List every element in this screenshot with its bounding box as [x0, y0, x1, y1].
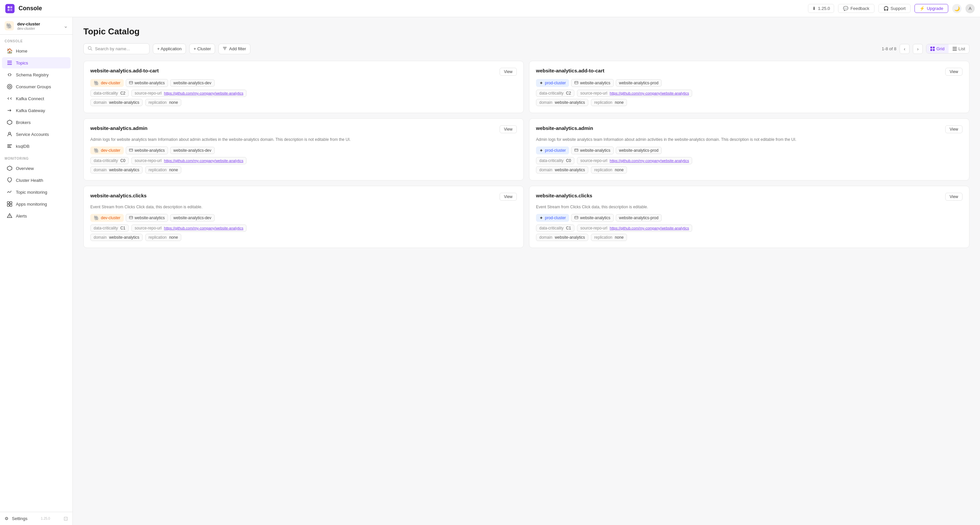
data-criticality-key: data-criticality [94, 226, 118, 230]
sidebar-item-settings[interactable]: ⚙ Settings 1.25.0 ⊡ [0, 512, 72, 525]
sidebar-item-home[interactable]: 🏠 Home [2, 45, 70, 57]
view-topic-button[interactable]: View [945, 68, 963, 76]
domain-tag: domain website-analytics [90, 166, 143, 174]
topic-card: website-analytics.add-to-cart View 🐘 dev… [83, 61, 524, 113]
sidebar-item-topic-monitoring[interactable]: Topic monitoring [2, 186, 70, 198]
replication-value: none [169, 235, 178, 240]
cluster-tag-icon: 🐘 [94, 80, 99, 86]
svg-rect-15 [7, 201, 9, 204]
download-icon: ⬇ [812, 6, 816, 11]
env-tag: website-analytics-prod [616, 214, 662, 222]
application-tag-label: website-analytics [135, 81, 165, 85]
application-tag-label: website-analytics [580, 216, 610, 220]
cluster-filter[interactable]: + Cluster [189, 44, 215, 54]
env-tag: website-analytics-prod [616, 79, 662, 87]
add-filter-button[interactable]: Add filter [218, 44, 250, 54]
svg-rect-26 [931, 47, 932, 49]
sidebar-item-cluster-health[interactable]: Cluster Health [2, 174, 70, 186]
data-criticality-key: data-criticality [539, 159, 563, 163]
data-criticality-key: data-criticality [539, 226, 563, 230]
meta-row-2: domain website-analytics replication non… [536, 234, 963, 241]
view-topic-button[interactable]: View [945, 125, 963, 133]
prev-page-button[interactable]: ‹ [900, 44, 910, 54]
cluster-tag: 🐘 dev-cluster [90, 214, 124, 222]
sidebar-item-ksqldb[interactable]: ksqlDB [2, 141, 70, 152]
env-tag-label: website-analytics-prod [619, 216, 659, 220]
svg-rect-30 [953, 47, 957, 48]
upgrade-button[interactable]: ⚡ Upgrade [915, 4, 948, 13]
view-topic-button[interactable]: View [500, 193, 517, 201]
card-description: Admin logs for website analytics team In… [90, 136, 517, 143]
data-criticality-key: data-criticality [94, 91, 118, 95]
sidebar-item-overview[interactable]: Overview [2, 163, 70, 174]
console-section-label: CONSOLE [0, 35, 72, 45]
view-topic-button[interactable]: View [945, 193, 963, 201]
sidebar-item-kafka-gateway[interactable]: Kafka Gateway [2, 105, 70, 116]
card-title: website-analytics.admin [90, 125, 148, 131]
svg-rect-29 [933, 49, 935, 51]
application-tag-icon [129, 80, 133, 86]
sidebar-item-brokers[interactable]: Brokers [2, 117, 70, 128]
source-repo-value[interactable]: https://github.com/my-company/website-an… [610, 226, 689, 230]
cluster-filter-label: + Cluster [194, 46, 211, 51]
svg-rect-0 [8, 6, 10, 8]
source-repo-value[interactable]: https://github.com/my-company/website-an… [164, 159, 243, 163]
version-button[interactable]: ⬇ 1.25.0 [808, 4, 834, 13]
cluster-selector[interactable]: 🐘 dev-cluster dev-cluster ⌄ [0, 17, 72, 35]
upgrade-label: Upgrade [927, 6, 943, 11]
source-repo-tag: source-repo-url https://github.com/my-co… [577, 157, 692, 164]
grid-view-button[interactable]: Grid [926, 44, 948, 53]
application-tag-label: website-analytics [135, 216, 165, 220]
sidebar-item-service-accounts[interactable]: Service Accounts [2, 128, 70, 140]
sidebar-item-apps-monitoring[interactable]: Apps monitoring [2, 198, 70, 209]
data-criticality-tag: data-criticality C0 [536, 157, 574, 164]
svg-rect-31 [953, 49, 957, 49]
cluster-tag: 🐘 dev-cluster [90, 146, 124, 154]
data-criticality-tag: data-criticality C1 [90, 224, 129, 232]
brokers-icon [6, 119, 13, 125]
domain-value: website-analytics [555, 168, 585, 172]
feedback-button[interactable]: 💬 Feedback [838, 4, 874, 13]
view-topic-button[interactable]: View [500, 125, 517, 133]
data-criticality-value: C0 [121, 159, 126, 163]
cluster-tag-label: prod-cluster [545, 148, 566, 153]
svg-rect-5 [7, 62, 12, 63]
sidebar-item-alerts[interactable]: Alerts [2, 210, 70, 222]
card-description: Event Stream from Clicks Click data, thi… [90, 204, 517, 210]
theme-toggle[interactable]: 🌙 [952, 4, 961, 13]
next-page-button[interactable]: › [913, 44, 923, 54]
sidebar-item-kafka-connect[interactable]: Kafka Connect [2, 93, 70, 104]
application-filter[interactable]: + Application [153, 44, 186, 54]
source-repo-value[interactable]: https://github.com/my-company/website-an… [610, 91, 689, 95]
card-header: website-analytics.admin View [90, 125, 517, 133]
topics-icon [6, 60, 13, 66]
svg-rect-12 [7, 146, 11, 146]
sidebar-item-schema-registry[interactable]: Schema Registry [2, 69, 70, 80]
source-repo-tag: source-repo-url https://github.com/my-co… [131, 224, 247, 232]
support-icon: 🎧 [883, 6, 889, 11]
sidebar-item-label: Schema Registry [16, 72, 49, 77]
avatar[interactable]: A [966, 4, 975, 13]
source-repo-value[interactable]: https://github.com/my-company/website-an… [164, 226, 243, 230]
svg-rect-3 [10, 9, 12, 11]
source-repo-value[interactable]: https://github.com/my-company/website-an… [164, 91, 243, 95]
svg-rect-33 [129, 81, 133, 84]
source-repo-tag: source-repo-url https://github.com/my-co… [577, 90, 692, 97]
sidebar-item-consumer-groups[interactable]: Consumer Groups [2, 81, 70, 92]
view-topic-button[interactable]: View [500, 68, 517, 76]
alerts-icon [6, 213, 13, 219]
replication-tag: replication none [145, 166, 181, 174]
domain-tag: domain website-analytics [536, 234, 588, 241]
search-input[interactable]: Search by name... [83, 43, 150, 54]
source-repo-value[interactable]: https://github.com/my-company/website-an… [610, 159, 689, 163]
list-label: List [958, 46, 965, 51]
settings-label: Settings [12, 516, 27, 521]
list-view-button[interactable]: List [948, 44, 969, 53]
chevron-icon: ⌄ [64, 23, 68, 29]
sidebar-expand-icon[interactable]: ⊡ [64, 515, 68, 522]
kafka-connect-icon [6, 95, 13, 102]
support-button[interactable]: 🎧 Support [878, 4, 911, 13]
sidebar-item-label: Topics [16, 60, 28, 65]
env-tag: website-analytics-dev [170, 147, 215, 154]
sidebar-item-topics[interactable]: Topics [2, 57, 70, 68]
